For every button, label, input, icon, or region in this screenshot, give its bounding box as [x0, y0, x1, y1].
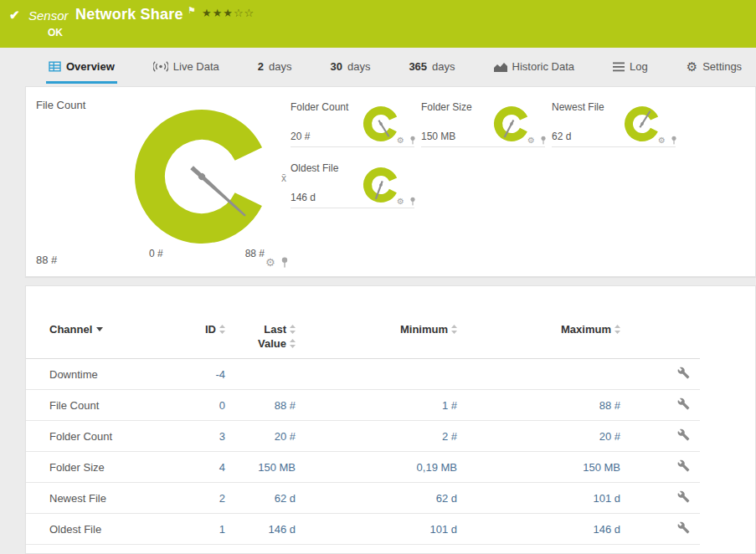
- gear-icon[interactable]: ⚙: [397, 197, 404, 206]
- pin-icon[interactable]: [409, 136, 416, 145]
- channel-dropdown-icon[interactable]: [96, 327, 103, 331]
- column-header-minimum[interactable]: Minimum: [296, 320, 457, 359]
- stars-empty[interactable]: ☆☆: [234, 7, 255, 19]
- table-row: Folder Size 4 150 MB 0,19 MB 150 MB: [26, 452, 700, 483]
- column-header-maximum[interactable]: Maximum: [457, 320, 620, 359]
- tab-365-days[interactable]: 365 days: [406, 52, 457, 84]
- gauge-scale-max: 88 #: [245, 248, 265, 259]
- channel-last-value: [225, 359, 296, 390]
- log-list-icon: [613, 62, 625, 72]
- gauge-dial: [491, 104, 532, 144]
- stars-filled[interactable]: ★★★: [202, 7, 234, 19]
- pin-icon[interactable]: [671, 136, 677, 145]
- tab-bar: Overview Live Data 2 days 30 days 365 da…: [0, 52, 756, 84]
- sort-icon[interactable]: [290, 325, 296, 334]
- channel-maximum: 101 d: [457, 483, 620, 514]
- channel-name: Folder Count: [26, 421, 160, 452]
- mini-gauge-actions: ⚙: [397, 136, 416, 145]
- channel-settings-wrench-icon[interactable]: [677, 398, 690, 410]
- mini-gauge-folder-count[interactable]: Folder Count 20 # ⚙: [291, 100, 414, 147]
- live-data-broadcast-icon: [153, 61, 168, 72]
- gauge-dial: [622, 104, 662, 144]
- pin-icon[interactable]: [280, 257, 289, 268]
- sensor-header: ✔ Sensor Network Share ⚑ ★★★☆☆ OK: [0, 0, 756, 48]
- channel-id: -4: [160, 359, 225, 390]
- channel-settings-wrench-icon[interactable]: [677, 490, 690, 503]
- historic-chart-icon: [494, 62, 507, 72]
- object-kind-label: Sensor: [28, 8, 69, 23]
- sort-icon[interactable]: [615, 325, 620, 334]
- column-label: ID: [205, 323, 216, 336]
- table-row: Oldest File 1 146 d 101 d 146 d: [26, 514, 700, 545]
- mini-gauge-value: 62 d: [552, 131, 571, 142]
- tab-number: 30: [330, 60, 342, 73]
- gear-icon[interactable]: ⚙: [397, 136, 404, 145]
- pin-icon[interactable]: [540, 136, 547, 145]
- main-gauge-title: File Count: [36, 99, 85, 111]
- column-header-last-value[interactable]: Last Value: [225, 320, 296, 359]
- channel-minimum: [296, 359, 457, 390]
- channel-minimum: 1 #: [296, 390, 457, 421]
- mini-gauge-actions: ⚙: [397, 197, 416, 206]
- mini-gauge-oldest-file[interactable]: Oldest File 146 d ⚙: [291, 162, 414, 208]
- channel-minimum: 2 #: [296, 421, 457, 452]
- channel-last-value: 20 #: [225, 421, 296, 452]
- column-header-channel[interactable]: Channel: [26, 320, 160, 359]
- tab-label: Live Data: [173, 60, 219, 73]
- channel-minimum: 0,19 MB: [296, 452, 457, 483]
- main-gauge-value: 88 #: [36, 254, 57, 266]
- tab-live-data[interactable]: Live Data: [151, 52, 222, 84]
- mean-marker-icon: x̄: [281, 172, 286, 184]
- tab-label: days: [432, 60, 455, 73]
- mini-gauge-newest-file[interactable]: Newest File 62 d ⚙: [552, 100, 676, 147]
- tab-30-days[interactable]: 30 days: [327, 52, 373, 84]
- gear-icon[interactable]: ⚙: [265, 256, 275, 269]
- channel-settings-wrench-icon[interactable]: [677, 521, 690, 534]
- column-label: Minimum: [400, 323, 448, 336]
- channel-name: Downtime: [26, 359, 160, 390]
- tab-2-days[interactable]: 2 days: [255, 52, 295, 84]
- pin-icon[interactable]: [409, 197, 416, 206]
- column-header-id[interactable]: ID: [160, 320, 225, 359]
- mini-gauge-folder-size[interactable]: Folder Size 150 MB ⚙: [421, 100, 545, 147]
- channel-settings-wrench-icon[interactable]: [677, 459, 690, 472]
- channel-settings-wrench-icon[interactable]: [677, 428, 690, 441]
- tab-historic-data[interactable]: Historic Data: [491, 52, 577, 84]
- channel-id: 0: [160, 390, 225, 421]
- channel-maximum: 146 d: [457, 514, 620, 545]
- tab-overview[interactable]: Overview: [46, 52, 117, 84]
- channel-settings-wrench-icon[interactable]: [677, 367, 690, 379]
- gear-icon[interactable]: ⚙: [658, 136, 666, 145]
- settings-gear-icon: ⚙: [687, 59, 697, 74]
- file-count-gauge[interactable]: 0 # 88 # x̄: [122, 97, 281, 261]
- sort-icon[interactable]: [451, 325, 457, 334]
- column-header-actions: [620, 320, 700, 359]
- tab-label: Historic Data: [512, 60, 574, 73]
- gear-icon[interactable]: ⚙: [527, 136, 535, 145]
- sort-icon[interactable]: [219, 325, 225, 334]
- channel-name: Folder Size: [26, 452, 160, 483]
- overview-table-icon: [49, 61, 61, 72]
- sort-icon[interactable]: [290, 339, 296, 348]
- tab-label: days: [347, 60, 370, 73]
- gauges-panel: File Count 0 # 88 # x̄ 88 # ⚙ Folder Cou…: [25, 86, 756, 277]
- channels-panel: Channel ID Last Value: [25, 285, 756, 554]
- gauge-dial: [122, 97, 281, 256]
- tab-log[interactable]: Log: [610, 52, 651, 84]
- channel-last-value: 62 d: [225, 483, 296, 514]
- priority-stars[interactable]: ★★★☆☆: [202, 7, 255, 19]
- tab-label: Settings: [702, 60, 742, 73]
- table-row: Downtime -4: [26, 359, 700, 390]
- channel-last-value: 150 MB: [225, 452, 296, 483]
- channel-last-value: 146 d: [225, 514, 296, 545]
- column-label: Value: [258, 337, 286, 350]
- tab-settings[interactable]: ⚙ Settings: [684, 52, 744, 84]
- mini-gauge-actions: ⚙: [527, 136, 547, 145]
- sensor-status-badge: OK: [48, 27, 63, 38]
- column-label: Channel: [49, 323, 92, 336]
- sensor-title: Network Share: [75, 6, 183, 23]
- table-row: File Count 0 88 # 1 # 88 #: [26, 390, 700, 421]
- mini-gauge-value: 146 d: [291, 192, 316, 203]
- channel-maximum: 150 MB: [457, 452, 620, 483]
- flag-icon[interactable]: ⚑: [188, 5, 196, 16]
